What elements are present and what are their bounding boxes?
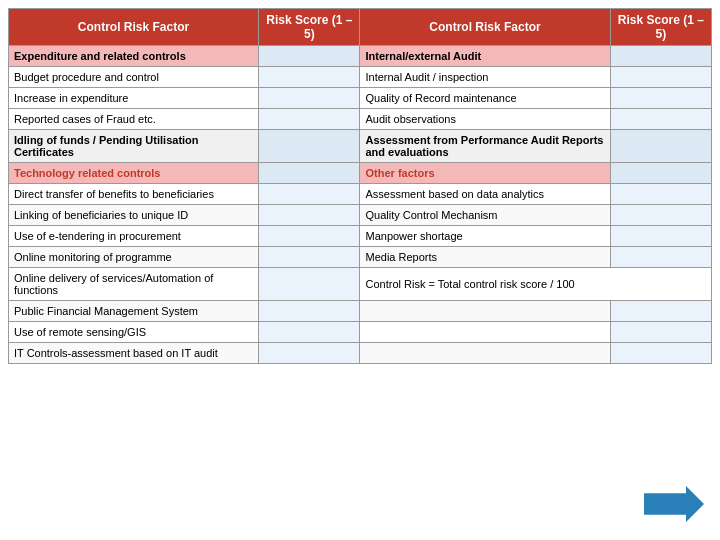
score-left [259, 67, 360, 88]
table-row: Direct transfer of benefits to beneficia… [9, 184, 712, 205]
row-left: Use of remote sensing/GIS [9, 322, 259, 343]
score-right [610, 343, 711, 364]
score-left [259, 88, 360, 109]
row-right: Internal/external Audit [360, 46, 610, 67]
score-left [259, 301, 360, 322]
score-left [259, 163, 360, 184]
score-right [610, 247, 711, 268]
score-right [610, 184, 711, 205]
row-left: Online delivery of services/Automation o… [9, 268, 259, 301]
score-right [610, 205, 711, 226]
table-row: Expenditure and related controls Interna… [9, 46, 712, 67]
row-right: Audit observations [360, 109, 610, 130]
row-right: Quality of Record maintenance [360, 88, 610, 109]
score-right [610, 67, 711, 88]
score-left [259, 247, 360, 268]
table-row: Idling of funds / Pending Utilisation Ce… [9, 130, 712, 163]
row-right [360, 301, 610, 322]
score-right [610, 88, 711, 109]
next-arrow-icon[interactable] [644, 486, 704, 522]
score-left [259, 268, 360, 301]
table-row: IT Controls-assessment based on IT audit [9, 343, 712, 364]
arrow-container [644, 486, 704, 522]
score-right [610, 163, 711, 184]
score-left [259, 109, 360, 130]
score-left [259, 130, 360, 163]
score-right [610, 322, 711, 343]
row-left: Technology related controls [9, 163, 259, 184]
table-row: Technology related controls Other factor… [9, 163, 712, 184]
row-right: Other factors [360, 163, 610, 184]
row-left: Direct transfer of benefits to beneficia… [9, 184, 259, 205]
row-right [360, 343, 610, 364]
table-row: Use of remote sensing/GIS [9, 322, 712, 343]
score-left [259, 205, 360, 226]
row-right: Assessment based on data analytics [360, 184, 610, 205]
score-right [610, 46, 711, 67]
risk-table: Control Risk Factor Risk Score (1 – 5) C… [8, 8, 712, 364]
row-right: Quality Control Mechanism [360, 205, 610, 226]
row-right: Media Reports [360, 247, 610, 268]
score-left [259, 343, 360, 364]
row-right: Assessment from Performance Audit Report… [360, 130, 610, 163]
row-left: Linking of beneficiaries to unique ID [9, 205, 259, 226]
page: Control Risk Factor Risk Score (1 – 5) C… [0, 0, 720, 540]
row-left: Online monitoring of programme [9, 247, 259, 268]
score-left [259, 46, 360, 67]
row-right [360, 322, 610, 343]
table-row: Online monitoring of programme Media Rep… [9, 247, 712, 268]
header-col1: Control Risk Factor [9, 9, 259, 46]
row-left: IT Controls-assessment based on IT audit [9, 343, 259, 364]
score-left [259, 226, 360, 247]
row-right: Control Risk = Total control risk score … [360, 268, 712, 301]
score-left [259, 184, 360, 205]
table-row: Public Financial Management System [9, 301, 712, 322]
header-col4: Risk Score (1 – 5) [610, 9, 711, 46]
header-col3: Control Risk Factor [360, 9, 610, 46]
table-row: Budget procedure and control Internal Au… [9, 67, 712, 88]
row-left: Use of e-tendering in procurement [9, 226, 259, 247]
table-row: Increase in expenditure Quality of Recor… [9, 88, 712, 109]
row-right: Manpower shortage [360, 226, 610, 247]
table-row: Online delivery of services/Automation o… [9, 268, 712, 301]
table-row: Reported cases of Fraud etc. Audit obser… [9, 109, 712, 130]
row-left: Increase in expenditure [9, 88, 259, 109]
score-right [610, 109, 711, 130]
row-left: Expenditure and related controls [9, 46, 259, 67]
header-col2: Risk Score (1 – 5) [259, 9, 360, 46]
row-left: Idling of funds / Pending Utilisation Ce… [9, 130, 259, 163]
table-row: Use of e-tendering in procurement Manpow… [9, 226, 712, 247]
score-right [610, 226, 711, 247]
row-left: Budget procedure and control [9, 67, 259, 88]
row-right: Internal Audit / inspection [360, 67, 610, 88]
score-left [259, 322, 360, 343]
row-left: Public Financial Management System [9, 301, 259, 322]
table-row: Linking of beneficiaries to unique ID Qu… [9, 205, 712, 226]
score-right [610, 301, 711, 322]
row-left: Reported cases of Fraud etc. [9, 109, 259, 130]
score-right [610, 130, 711, 163]
